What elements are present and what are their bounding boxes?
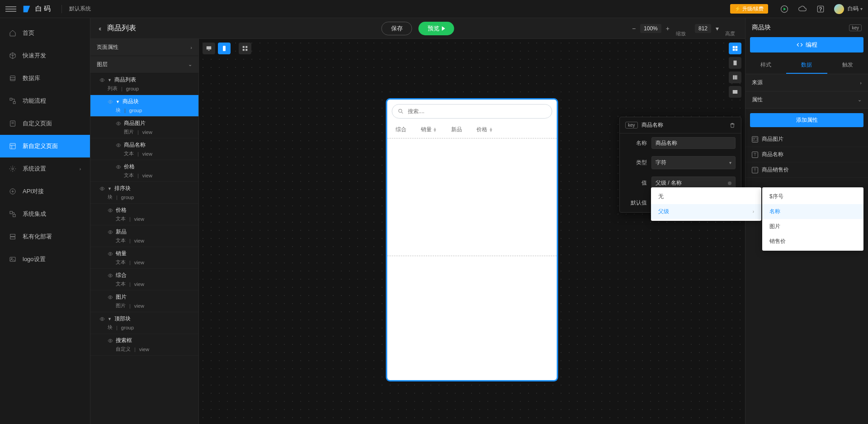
layer-node[interactable]: 商品图片图片|view bbox=[90, 117, 198, 138]
layer-node[interactable]: 商品名称文本|view bbox=[90, 138, 198, 160]
section-layers[interactable]: 图层⌄ bbox=[90, 56, 198, 73]
tab-xiaoliang[interactable]: 销量▲▼ bbox=[421, 126, 437, 133]
key-tag[interactable]: key bbox=[625, 122, 638, 129]
prop-image[interactable]: 商品图片 bbox=[745, 132, 868, 147]
nav-api[interactable]: API对接 bbox=[0, 180, 90, 203]
nav-home[interactable]: 首页 bbox=[0, 22, 90, 44]
delete-button[interactable] bbox=[729, 122, 736, 129]
nav-newcustompage[interactable]: 新自定义页面 bbox=[0, 135, 90, 157]
section-attr[interactable]: 属性⌄ bbox=[745, 91, 868, 109]
prop-price[interactable]: 商品销售价 bbox=[745, 162, 868, 178]
menu-item-none[interactable]: 无 bbox=[651, 189, 761, 204]
value-dropdown-level1[interactable]: 无 父级› bbox=[651, 187, 761, 221]
play-circle-icon[interactable] bbox=[780, 5, 789, 14]
svg-point-48 bbox=[754, 138, 755, 139]
zoom-plus[interactable]: + bbox=[664, 25, 671, 32]
select-type[interactable]: 字符▾ bbox=[651, 156, 736, 169]
search-bar[interactable] bbox=[392, 104, 552, 119]
page-icon bbox=[9, 120, 16, 127]
nav-quickdev[interactable]: 快速开发 bbox=[0, 44, 90, 67]
svg-point-26 bbox=[110, 296, 111, 298]
tab-zonghe[interactable]: 综合 bbox=[396, 126, 406, 133]
system-name[interactable]: 默认系统 bbox=[69, 5, 91, 13]
product-block-placeholder[interactable] bbox=[387, 138, 557, 256]
search-input[interactable] bbox=[408, 108, 547, 114]
height-caret[interactable]: ▾ bbox=[714, 25, 721, 32]
section-source[interactable]: 来源› bbox=[745, 74, 868, 91]
desktop-device-button[interactable] bbox=[203, 43, 215, 54]
layer-node[interactable]: 价格文本|view bbox=[90, 204, 198, 225]
caret-down-icon: ▾ bbox=[729, 160, 731, 165]
menu-item-index[interactable]: $序号 bbox=[762, 189, 863, 204]
menu-item-price[interactable]: 销售价 bbox=[762, 234, 863, 249]
layer-node[interactable]: 价格文本|view bbox=[90, 160, 198, 182]
preview-button[interactable]: 预览 bbox=[419, 22, 454, 35]
canvas[interactable]: 综合 销量▲▼ 新品 价格▲▼ bbox=[199, 39, 745, 424]
tab-trigger[interactable]: 触发 bbox=[827, 57, 868, 74]
tab-data[interactable]: 数据 bbox=[786, 57, 827, 74]
layer-node[interactable]: 搜索框自定义|view bbox=[90, 334, 198, 356]
upgrade-button[interactable]: ⚡ 升级/续费 bbox=[730, 4, 768, 14]
save-button[interactable]: 保存 bbox=[382, 22, 412, 35]
svg-rect-5 bbox=[13, 101, 15, 104]
widgets-button[interactable] bbox=[729, 43, 741, 54]
menu-item-parent[interactable]: 父级› bbox=[651, 204, 761, 219]
layer-node[interactable]: 销量文本|view bbox=[90, 247, 198, 269]
zoom-value[interactable]: 100% bbox=[640, 24, 661, 33]
help-icon[interactable]: ? bbox=[816, 5, 825, 14]
svg-rect-40 bbox=[734, 61, 737, 66]
tab-xinpin[interactable]: 新品 bbox=[451, 126, 462, 133]
svg-rect-34 bbox=[243, 49, 245, 51]
menu-item-image[interactable]: 图片 bbox=[762, 219, 863, 234]
mobile-device-button[interactable] bbox=[218, 43, 231, 54]
columns-button[interactable] bbox=[729, 71, 741, 83]
layer-node[interactable]: 综合文本|view bbox=[90, 269, 198, 291]
svg-rect-29 bbox=[207, 46, 212, 49]
image-button[interactable] bbox=[729, 86, 741, 98]
zoom-minus[interactable]: − bbox=[630, 25, 637, 32]
key-tag[interactable]: key bbox=[849, 24, 862, 31]
database-icon bbox=[9, 75, 16, 82]
svg-point-21 bbox=[102, 188, 103, 189]
layer-node[interactable]: 新品文本|view bbox=[90, 225, 198, 247]
tab-style[interactable]: 样式 bbox=[745, 57, 786, 74]
clear-dot-icon[interactable] bbox=[728, 181, 731, 185]
nav-integration[interactable]: 系统集成 bbox=[0, 203, 90, 225]
layer-node[interactable]: ▼ 排序块块|group bbox=[90, 182, 198, 204]
phone-preview[interactable]: 综合 销量▲▼ 新品 价格▲▼ bbox=[387, 100, 557, 380]
back-button[interactable]: ‹‹ bbox=[99, 25, 100, 32]
layer-node[interactable]: 图片图片|view bbox=[90, 291, 198, 312]
add-attr-button[interactable]: 添加属性 bbox=[750, 113, 863, 127]
prop-name[interactable]: 商品名称 bbox=[745, 147, 868, 162]
nav-private[interactable]: 私有化部署 bbox=[0, 225, 90, 248]
doc-button[interactable] bbox=[729, 57, 741, 69]
layer-node[interactable]: ▼ 商品块块|group bbox=[90, 95, 198, 117]
menu-item-name[interactable]: 名称 bbox=[762, 204, 863, 219]
svg-point-23 bbox=[110, 231, 111, 233]
value-dropdown-level2[interactable]: $序号 名称 图片 销售价 bbox=[762, 187, 863, 251]
nav-logo[interactable]: logo设置 bbox=[0, 248, 90, 271]
username[interactable]: 白码 bbox=[848, 5, 859, 13]
hamburger-icon[interactable] bbox=[5, 4, 16, 14]
cloud-icon[interactable] bbox=[798, 5, 807, 14]
svg-text:?: ? bbox=[819, 6, 822, 12]
layer-panel: 页面属性› 图层⌄ ▼ 商品列表列表|group ▼ 商品块块|group 商品… bbox=[90, 39, 199, 424]
nav-custompage[interactable]: 自定义页面 bbox=[0, 112, 90, 135]
nav-flow[interactable]: 功能流程 bbox=[0, 90, 90, 112]
grid-button[interactable] bbox=[239, 43, 251, 54]
section-page-attr[interactable]: 页面属性› bbox=[90, 39, 198, 56]
page-title: 商品列表 bbox=[107, 24, 136, 33]
caret-down-icon[interactable]: ▾ bbox=[860, 6, 863, 11]
layer-node[interactable]: ▼ 顶部块块|group bbox=[90, 312, 198, 334]
nav-settings[interactable]: 系统设置› bbox=[0, 157, 90, 180]
avatar[interactable] bbox=[834, 4, 844, 14]
chevron-right-icon: › bbox=[753, 209, 754, 214]
program-button[interactable]: 编程 bbox=[750, 37, 863, 52]
svg-rect-35 bbox=[245, 49, 247, 51]
layer-node[interactable]: ▼ 商品列表列表|group bbox=[90, 73, 198, 95]
nav-database[interactable]: 数据库 bbox=[0, 67, 90, 90]
dialog-header: key 商品名称 bbox=[620, 117, 741, 133]
height-value[interactable]: 812 bbox=[695, 24, 711, 33]
tab-jiage[interactable]: 价格▲▼ bbox=[476, 126, 493, 133]
input-name[interactable] bbox=[651, 137, 736, 149]
